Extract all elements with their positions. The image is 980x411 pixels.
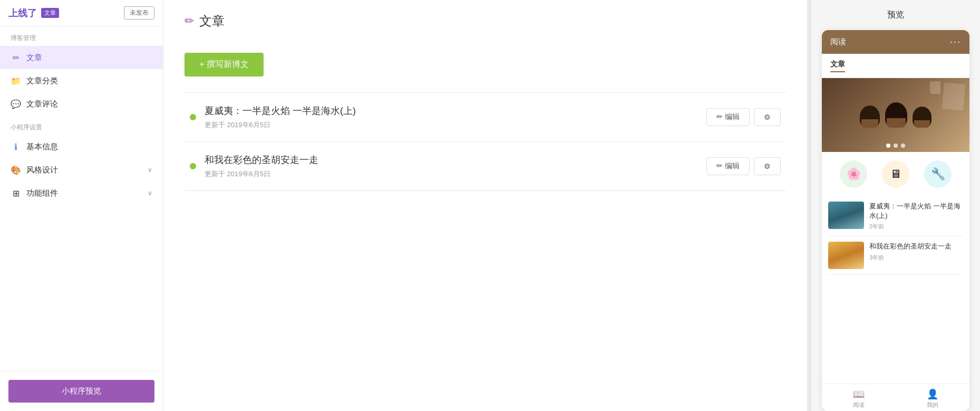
article-title-2: 和我在彩色的圣胡安走一走	[205, 154, 698, 166]
widgets-chevron-icon: ∨	[148, 189, 152, 197]
sidebar-item-basic[interactable]: ℹ 基本信息	[0, 135, 163, 158]
miniapp-preview-button[interactable]: 小程序预览	[8, 380, 154, 403]
edit-button-1[interactable]: ✏ 编辑	[706, 108, 750, 126]
style-icon: 🎨	[11, 165, 21, 175]
edit-button-2[interactable]: ✏ 编辑	[706, 157, 750, 175]
phone-nav-read-label: 阅读	[853, 401, 865, 409]
table-row: 和我在彩色的圣胡安走一走 更新于 2019年6月5日 ✏ 编辑 ⚙	[185, 142, 786, 191]
status-dot-1	[190, 114, 196, 120]
more-dots-icon[interactable]: ···	[950, 36, 961, 47]
tool-icon[interactable]: 🔧	[924, 160, 952, 188]
article-thumb-1	[828, 202, 864, 229]
phone-tab-articles[interactable]: 文章	[830, 60, 845, 72]
sidebar-bottom: 小程序预览	[0, 371, 163, 411]
phone-article-list: 夏威夷：一半是火焰 一半是海水(上) 2年前 和我在彩色的圣胡安走一走 3年前	[822, 196, 969, 384]
phone-article-time-1: 2年前	[869, 223, 963, 231]
phone-bottom-bar: 📖 阅读 👤 我的	[822, 384, 969, 411]
phone-article-meta-2: 和我在彩色的圣胡安走一走 3年前	[869, 242, 963, 261]
sidebar-item-comments[interactable]: 💬 文章评论	[0, 92, 163, 116]
categories-icon: 📁	[11, 75, 21, 86]
article-info-1: 夏威夷：一半是火焰 一半是海水(上) 更新于 2019年6月5日	[205, 104, 698, 130]
panel-divider	[807, 0, 811, 411]
phone-nav-read[interactable]: 📖 阅读	[822, 388, 896, 409]
settings-button-1[interactable]: ⚙	[754, 108, 781, 126]
main-body: + 撰写新博文 夏威夷：一半是火焰 一半是海水(上) 更新于 2019年6月5日…	[163, 40, 807, 204]
main-header: ✏ 文章	[163, 0, 807, 40]
monitor-icon[interactable]: 🖥	[882, 160, 909, 188]
write-new-post-button[interactable]: + 撰写新博文	[185, 53, 264, 77]
articles-icon: ✏	[11, 52, 21, 63]
sidebar-item-articles[interactable]: ✏ 文章	[0, 46, 163, 69]
header-pen-icon: ✏	[185, 14, 194, 28]
read-icon: 📖	[853, 388, 865, 400]
sidebar-item-categories-label: 文章分类	[26, 76, 58, 86]
phone-article-time-2: 3年前	[869, 254, 963, 262]
table-row: 夏威夷：一半是火焰 一半是海水(上) 更新于 2019年6月5日 ✏ 编辑 ⚙	[185, 93, 786, 142]
banner-dot-3	[901, 144, 905, 148]
sidebar-item-basic-label: 基本信息	[26, 142, 58, 152]
phone-article-title-1: 夏威夷：一半是火焰 一半是海水(上)	[869, 202, 963, 221]
article-list: 夏威夷：一半是火焰 一半是海水(上) 更新于 2019年6月5日 ✏ 编辑 ⚙ …	[185, 92, 786, 191]
widgets-icon: ⊞	[11, 188, 21, 198]
list-item: 和我在彩色的圣胡安走一走 3年前	[828, 236, 963, 275]
phone-mockup: 阅读 ··· 文章	[822, 30, 969, 411]
unpublished-badge: 未发布	[124, 6, 154, 20]
phone-top-bar: 阅读 ···	[822, 30, 969, 54]
article-thumb-2	[828, 242, 864, 269]
phone-icons-row: 🌸 🖥 🔧	[822, 152, 969, 196]
phone-tab-bar: 文章	[822, 54, 969, 78]
article-title-1: 夏威夷：一半是火焰 一半是海水(上)	[205, 104, 698, 117]
section-label-miniapp: 小程序设置	[0, 116, 163, 135]
article-date-1: 更新于 2019年6月5日	[205, 120, 698, 130]
article-date-2: 更新于 2019年6月5日	[205, 169, 698, 179]
sidebar-item-widgets[interactable]: ⊞ 功能组件 ∨	[0, 181, 163, 205]
phone-banner-dots	[886, 144, 905, 148]
phone-banner	[822, 78, 969, 152]
phone-nav-profile-label: 我的	[927, 401, 938, 409]
phone-article-meta-1: 夏威夷：一半是火焰 一半是海水(上) 2年前	[869, 202, 963, 231]
brand: 上线了 文章	[8, 7, 59, 20]
phone-article-title-2: 和我在彩色的圣胡安走一走	[869, 242, 963, 251]
sidebar-item-style[interactable]: 🎨 风格设计 ∨	[0, 158, 163, 181]
section-label-blog: 博客管理	[0, 26, 163, 46]
sidebar-item-categories[interactable]: 📁 文章分类	[0, 69, 163, 92]
flower-icon[interactable]: 🌸	[840, 160, 867, 188]
style-chevron-icon: ∨	[148, 166, 152, 174]
comments-icon: 💬	[11, 99, 21, 109]
banner-dot-2	[894, 144, 898, 148]
sidebar-item-style-label: 风格设计	[26, 165, 58, 175]
basic-icon: ℹ	[11, 141, 21, 152]
phone-top-bar-title: 阅读	[830, 37, 846, 47]
settings-button-2[interactable]: ⚙	[754, 157, 781, 175]
phone-nav-profile[interactable]: 👤 我的	[896, 388, 969, 409]
list-item: 夏威夷：一半是火焰 一半是海水(上) 2年前	[828, 196, 963, 236]
preview-title: 预览	[811, 0, 980, 30]
brand-tag: 文章	[41, 8, 59, 18]
page-title: 文章	[199, 13, 225, 30]
sidebar: 上线了 文章 未发布 博客管理 ✏ 文章 📁 文章分类 💬 文章评论 小程序设置…	[0, 0, 163, 411]
profile-icon: 👤	[927, 388, 938, 400]
status-dot-2	[190, 163, 196, 169]
banner-dot-1	[886, 144, 890, 148]
sidebar-item-articles-label: 文章	[26, 53, 42, 63]
main-content: ✏ 文章 + 撰写新博文 夏威夷：一半是火焰 一半是海水(上) 更新于 2019…	[163, 0, 807, 411]
sidebar-item-widgets-label: 功能组件	[26, 188, 58, 198]
article-actions-1: ✏ 编辑 ⚙	[706, 108, 781, 126]
article-info-2: 和我在彩色的圣胡安走一走 更新于 2019年6月5日	[205, 154, 698, 179]
preview-panel: 预览 阅读 ··· 文章	[811, 0, 980, 411]
sidebar-item-comments-label: 文章评论	[26, 99, 58, 109]
sidebar-header: 上线了 文章 未发布	[0, 0, 163, 26]
brand-text: 上线了	[8, 7, 37, 20]
article-actions-2: ✏ 编辑 ⚙	[706, 157, 781, 175]
